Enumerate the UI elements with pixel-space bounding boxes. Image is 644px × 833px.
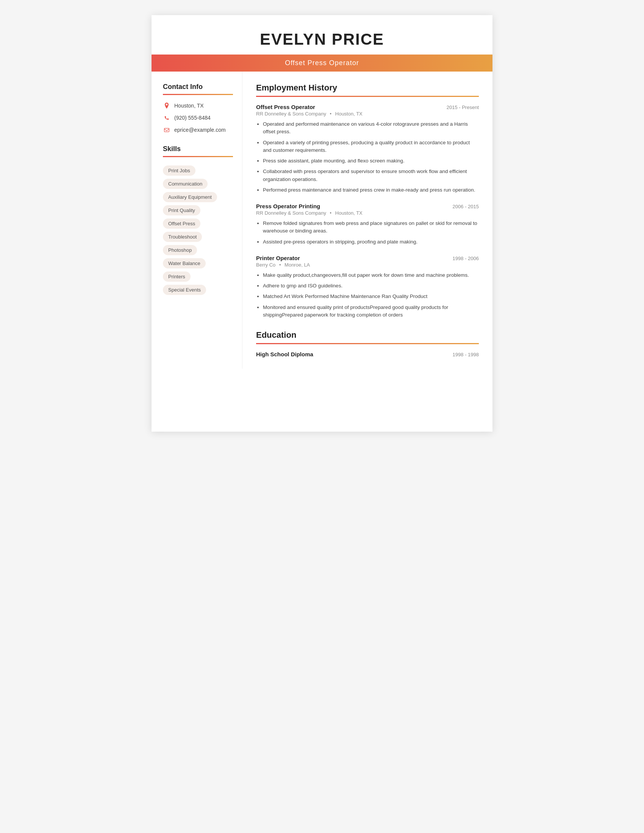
list-item: Adhere to gmp and ISO guidelines. <box>263 282 479 289</box>
svg-rect-0 <box>164 128 169 131</box>
employment-section: Employment History Offset Press Operator… <box>256 83 479 319</box>
list-item: Collaborated with press operators and su… <box>263 168 479 183</box>
job-bullets: Operated and performed maintenance on va… <box>256 121 479 194</box>
candidate-name: EVELYN PRICE <box>159 30 485 48</box>
contact-section-title: Contact Info <box>163 83 233 91</box>
education-list: High School Diploma1998 - 1998 <box>256 351 479 357</box>
skills-divider <box>163 156 233 157</box>
resume-container: EVELYN PRICE Offset Press Operator Conta… <box>151 15 493 432</box>
contact-section: Contact Info Houston, TX <box>163 83 233 133</box>
education-divider <box>256 343 479 344</box>
job-title: Offset Press Operator <box>285 59 359 67</box>
job-dates: 2006 - 2015 <box>453 204 479 209</box>
location-icon <box>163 102 171 109</box>
skill-tag: Print Quality <box>163 205 200 215</box>
job-header: Printer Operator1998 - 2006 <box>256 255 479 261</box>
title-banner: Offset Press Operator <box>151 55 493 72</box>
list-item: Assisted pre-press operators in strippin… <box>263 238 479 246</box>
list-item: Matched Art Work Performed Machine Maint… <box>263 293 479 300</box>
job-bullets: Remove folded signatures from web press … <box>256 220 479 246</box>
skill-tag: Photoshop <box>163 245 197 255</box>
edu-dates: 1998 - 1998 <box>453 352 479 357</box>
job-entry: Printer Operator1998 - 2006Berry Co • Mo… <box>256 255 479 319</box>
resume-body: Contact Info Houston, TX <box>151 72 493 369</box>
skills-section: Skills Print JobsCommunicationAuxiliary … <box>163 145 233 296</box>
resume-header: EVELYN PRICE <box>151 15 493 48</box>
skill-tag: Auxiliary Equipment <box>163 192 217 202</box>
job-company: Berry Co • Monroe, LA <box>256 262 479 268</box>
skill-tag: Printers <box>163 272 190 282</box>
contact-phone: (920) 555-8484 <box>163 114 233 122</box>
employment-divider <box>256 96 479 97</box>
skill-tag: Water Balance <box>163 258 206 269</box>
location-text: Houston, TX <box>174 103 204 109</box>
job-company: RR Donnelley & Sons Company • Houston, T… <box>256 111 479 117</box>
phone-text: (920) 555-8484 <box>174 115 211 121</box>
education-section: Education High School Diploma1998 - 1998 <box>256 330 479 357</box>
jobs-list: Offset Press Operator2015 - PresentRR Do… <box>256 104 479 319</box>
list-item: Make quality product,changeovers,fill ou… <box>263 272 479 279</box>
job-dates: 1998 - 2006 <box>453 256 479 261</box>
list-item: Operated a variety of printing presses, … <box>263 139 479 154</box>
skill-tag: Print Jobs <box>163 166 195 176</box>
sidebar: Contact Info Houston, TX <box>151 72 242 369</box>
email-icon <box>163 126 171 133</box>
job-entry: Offset Press Operator2015 - PresentRR Do… <box>256 104 479 194</box>
job-title: Offset Press Operator <box>256 104 315 110</box>
skills-section-title: Skills <box>163 145 233 153</box>
edu-degree: High School Diploma <box>256 351 313 357</box>
job-entry: Press Operator Printing2006 - 2015RR Don… <box>256 203 479 246</box>
list-item: Monitored and ensured quality print of p… <box>263 304 479 319</box>
main-content: Employment History Offset Press Operator… <box>242 72 493 369</box>
bullet-separator: • <box>279 262 281 268</box>
skill-tag: Offset Press <box>163 219 200 229</box>
education-section-title: Education <box>256 330 479 340</box>
skill-tag: Communication <box>163 179 208 189</box>
bullet-separator: • <box>330 210 332 216</box>
skills-list: Print JobsCommunicationAuxiliary Equipme… <box>163 164 233 296</box>
job-header: Offset Press Operator2015 - Present <box>256 104 479 110</box>
contact-email: eprice@example.com <box>163 126 233 133</box>
list-item: Performed press maintenance and trained … <box>263 186 479 194</box>
job-title: Printer Operator <box>256 255 300 261</box>
education-entry: High School Diploma1998 - 1998 <box>256 351 479 357</box>
skill-tag: Troubleshoot <box>163 232 202 242</box>
phone-icon <box>163 114 171 122</box>
list-item: Operated and performed maintenance on va… <box>263 121 479 136</box>
employment-section-title: Employment History <box>256 83 479 93</box>
skill-tag: Special Events <box>163 285 206 295</box>
job-bullets: Make quality product,changeovers,fill ou… <box>256 272 479 319</box>
job-dates: 2015 - Present <box>447 105 479 110</box>
job-title: Press Operator Printing <box>256 203 320 209</box>
contact-location: Houston, TX <box>163 102 233 109</box>
job-header: Press Operator Printing2006 - 2015 <box>256 203 479 209</box>
contact-divider <box>163 94 233 95</box>
bullet-separator: • <box>330 111 332 117</box>
email-text: eprice@example.com <box>174 127 226 133</box>
list-item: Remove folded signatures from web press … <box>263 220 479 235</box>
job-company: RR Donnelley & Sons Company • Houston, T… <box>256 210 479 216</box>
list-item: Press side assistant, plate mounting, an… <box>263 157 479 165</box>
